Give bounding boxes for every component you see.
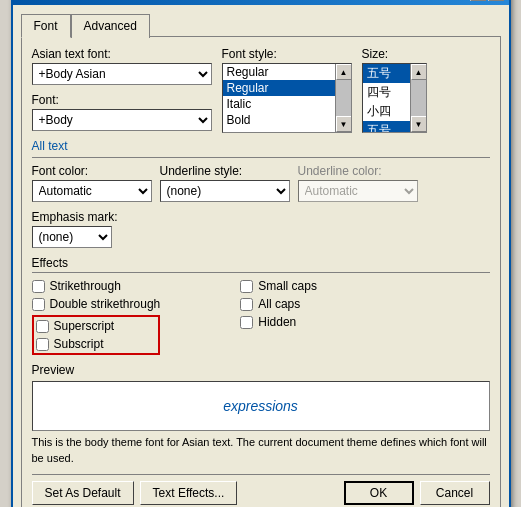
effect-small-caps: Small caps xyxy=(240,279,317,293)
effects-left-col: Strikethrough Double strikethrough Super… xyxy=(32,279,161,355)
left-buttons: Set As Default Text Effects... xyxy=(32,481,238,505)
font-select[interactable]: +Body xyxy=(32,109,212,131)
subscript-checkbox[interactable] xyxy=(36,338,49,351)
underline-style-label: Underline style: xyxy=(160,164,290,178)
scroll-down-btn[interactable]: ▼ xyxy=(336,116,352,132)
size-item-3[interactable]: 五号 xyxy=(363,121,410,132)
hidden-checkbox[interactable] xyxy=(240,316,253,329)
preview-label: Preview xyxy=(32,363,490,377)
size-group: Size: 五号 四号 小四 五号 ▲ ▼ xyxy=(362,47,427,133)
small-caps-checkbox[interactable] xyxy=(240,280,253,293)
size-scroll-down[interactable]: ▼ xyxy=(411,116,427,132)
size-item-1[interactable]: 四号 xyxy=(363,83,410,102)
effect-all-caps: All caps xyxy=(240,297,317,311)
cancel-button[interactable]: Cancel xyxy=(420,481,490,505)
font-label: Font: xyxy=(32,93,212,107)
preview-note: This is the body theme font for Asian te… xyxy=(32,435,490,466)
font-dialog: Font ? ✕ Font Advanced Asian text font: … xyxy=(11,0,511,507)
help-button[interactable]: ? xyxy=(470,0,486,1)
font-color-label: Font color: xyxy=(32,164,152,178)
tab-content-font: Asian text font: +Body Asian Font: +Body… xyxy=(21,36,501,507)
underline-style-select[interactable]: (none) xyxy=(160,180,290,202)
asian-font-select[interactable]: +Body Asian xyxy=(32,63,212,85)
superscript-label: Superscript xyxy=(54,319,115,333)
emphasis-mark-select[interactable]: (none) xyxy=(32,226,112,248)
effects-header: Effects xyxy=(32,256,68,270)
asian-font-group: Asian text font: +Body Asian Font: +Body xyxy=(32,47,212,131)
size-listbox[interactable]: 五号 四号 小四 五号 ▲ ▼ xyxy=(362,63,427,133)
underline-color-group: Underline color: Automatic xyxy=(298,164,418,202)
style-bold[interactable]: Bold xyxy=(223,112,335,128)
size-item-2[interactable]: 小四 xyxy=(363,102,410,121)
double-strikethrough-checkbox[interactable] xyxy=(32,298,45,311)
button-row: Set As Default Text Effects... OK Cancel xyxy=(32,474,490,505)
strikethrough-checkbox[interactable] xyxy=(32,280,45,293)
dialog-title: Font xyxy=(18,0,44,1)
strikethrough-label: Strikethrough xyxy=(50,279,121,293)
small-caps-label: Small caps xyxy=(258,279,317,293)
size-item-0[interactable]: 五号 xyxy=(363,64,410,83)
size-scrollbar: ▲ ▼ xyxy=(410,64,426,132)
font-color-select[interactable]: Automatic xyxy=(32,180,152,202)
title-bar-controls: ? ✕ xyxy=(470,0,504,1)
effect-strikethrough: Strikethrough xyxy=(32,279,161,293)
style-italic[interactable]: Italic xyxy=(223,96,335,112)
effects-right-col: Small caps All caps Hidden xyxy=(240,279,317,355)
hidden-label: Hidden xyxy=(258,315,296,329)
dialog-body: Font Advanced Asian text font: +Body Asi… xyxy=(13,5,509,507)
size-scroll-track xyxy=(411,80,426,116)
all-text-row: Font color: Automatic Underline style: (… xyxy=(32,164,490,248)
effect-superscript: Superscript xyxy=(36,319,157,333)
all-caps-label: All caps xyxy=(258,297,300,311)
highlighted-effects-box: Superscript Subscript xyxy=(32,315,161,355)
right-buttons: OK Cancel xyxy=(344,481,490,505)
all-caps-checkbox[interactable] xyxy=(240,298,253,311)
font-style-list: Regular Regular Italic Bold xyxy=(223,64,335,132)
underline-color-label: Underline color: xyxy=(298,164,418,178)
style-regular[interactable]: Regular xyxy=(223,64,335,80)
emphasis-mark-label: Emphasis mark: xyxy=(32,210,118,224)
font-style-label: Font style: xyxy=(222,47,352,61)
preview-text: expressions xyxy=(223,398,298,414)
font-style-listbox[interactable]: Regular Regular Italic Bold ▲ ▼ xyxy=(222,63,352,133)
double-strikethrough-label: Double strikethrough xyxy=(50,297,161,311)
underline-style-group: Underline style: (none) xyxy=(160,164,290,202)
underline-color-select: Automatic xyxy=(298,180,418,202)
preview-box: expressions xyxy=(32,381,490,431)
font-style-group: Font style: Regular Regular Italic Bold … xyxy=(222,47,352,133)
top-form-row: Asian text font: +Body Asian Font: +Body… xyxy=(32,47,490,133)
scroll-up-btn[interactable]: ▲ xyxy=(336,64,352,80)
all-text-header: All text xyxy=(32,139,490,153)
preview-section: Preview expressions This is the body the… xyxy=(32,363,490,466)
scroll-track xyxy=(336,80,351,116)
size-scroll-up[interactable]: ▲ xyxy=(411,64,427,80)
size-list: 五号 四号 小四 五号 xyxy=(363,64,410,132)
font-style-scrollbar: ▲ ▼ xyxy=(335,64,351,132)
effects-section: Effects Strikethrough Double strikethrou… xyxy=(32,256,490,355)
emphasis-mark-group: Emphasis mark: (none) xyxy=(32,210,118,248)
style-regular-selected[interactable]: Regular xyxy=(223,80,335,96)
close-button[interactable]: ✕ xyxy=(488,0,504,1)
tab-font[interactable]: Font xyxy=(21,14,71,38)
size-label: Size: xyxy=(362,47,427,61)
ok-button[interactable]: OK xyxy=(344,481,414,505)
effects-cols: Strikethrough Double strikethrough Super… xyxy=(32,279,490,355)
all-text-separator xyxy=(32,157,490,158)
effect-subscript: Subscript xyxy=(36,337,157,351)
tab-bar: Font Advanced xyxy=(21,13,501,37)
effects-separator xyxy=(32,272,490,273)
font-color-group: Font color: Automatic xyxy=(32,164,152,202)
subscript-label: Subscript xyxy=(54,337,104,351)
tab-advanced[interactable]: Advanced xyxy=(71,14,150,38)
text-effects-button[interactable]: Text Effects... xyxy=(140,481,238,505)
effect-hidden: Hidden xyxy=(240,315,317,329)
superscript-checkbox[interactable] xyxy=(36,320,49,333)
set-as-default-button[interactable]: Set As Default xyxy=(32,481,134,505)
asian-font-label: Asian text font: xyxy=(32,47,212,61)
effect-double-strikethrough: Double strikethrough xyxy=(32,297,161,311)
